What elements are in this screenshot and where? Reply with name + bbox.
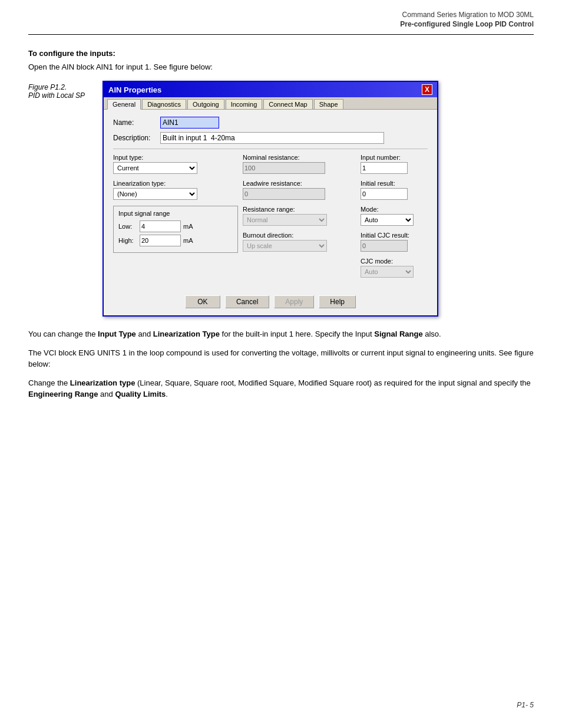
leadwire-resistance-input xyxy=(243,188,325,200)
intro-text: Open the AIN block AIN1 for input 1. See… xyxy=(28,62,534,71)
main-content: To configure the inputs: Open the AIN bl… xyxy=(0,35,562,400)
form-grid: Input type: Current Linearization type: … xyxy=(113,154,428,284)
initial-result-label: Initial result: xyxy=(361,180,444,187)
page-header: Command Series Migration to MOD 30ML Pre… xyxy=(0,0,562,31)
ok-button[interactable]: OK xyxy=(185,295,220,308)
close-button[interactable]: X xyxy=(422,84,432,95)
mode-label: Mode: xyxy=(361,206,444,213)
apply-button[interactable]: Apply xyxy=(274,295,314,308)
signal-range-box: Input signal range Low: mA High: mA xyxy=(113,206,238,253)
figure-caption-text: PID with Local SP xyxy=(28,91,93,100)
figure-label: Figure P1.2. xyxy=(28,83,93,91)
cjc-mode-label: CJC mode: xyxy=(361,258,444,265)
input-type-label: Input type: xyxy=(113,154,238,161)
leadwire-resistance-label: Leadwire resistance: xyxy=(243,180,356,187)
name-label: Name: xyxy=(113,118,160,127)
burnout-direction-select[interactable]: Up scale xyxy=(243,240,327,252)
initial-cjc-label: Initial CJC result: xyxy=(361,232,444,239)
tab-connect-map[interactable]: Connect Map xyxy=(263,99,312,109)
low-unit: mA xyxy=(183,223,193,230)
input-number-input[interactable] xyxy=(361,162,408,174)
form-divider xyxy=(113,149,428,149)
page-number: P1- 5 xyxy=(517,701,534,709)
nominal-resistance-input xyxy=(243,162,325,174)
desc-input[interactable] xyxy=(160,132,384,144)
initial-result-input[interactable] xyxy=(361,188,408,200)
initial-cjc-input xyxy=(361,240,408,252)
resistance-range-select[interactable]: Normal xyxy=(243,214,327,226)
input-type-block: Input type: Current xyxy=(113,154,238,174)
figure-caption: Figure P1.2. PID with Local SP xyxy=(28,81,93,100)
form-col-2: Nominal resistance: Leadwire resistance:… xyxy=(243,154,361,258)
mode-select[interactable]: Auto xyxy=(361,214,414,226)
initial-result-block: Initial result: xyxy=(361,180,444,200)
resistance-range-label: Resistance range: xyxy=(243,206,356,213)
section-heading: To configure the inputs: xyxy=(28,49,534,58)
tab-general[interactable]: General xyxy=(107,99,141,110)
desc-label: Description: xyxy=(113,134,160,142)
resistance-range-block: Resistance range: Normal xyxy=(243,206,356,226)
name-input[interactable] xyxy=(160,117,219,129)
body-para-3: Change the Linearization type (Linear, S… xyxy=(28,377,534,400)
cancel-button[interactable]: Cancel xyxy=(225,295,269,308)
header-title: Command Series Migration to MOD 30ML xyxy=(28,11,534,19)
high-input[interactable] xyxy=(140,235,181,246)
nominal-resistance-label: Nominal resistance: xyxy=(243,154,356,161)
desc-field-row: Description: xyxy=(113,132,428,144)
cjc-mode-block: CJC mode: Auto xyxy=(361,258,444,278)
nominal-resistance-block: Nominal resistance: xyxy=(243,154,356,174)
linearization-select[interactable]: (None) xyxy=(113,188,197,200)
low-input[interactable] xyxy=(140,220,181,232)
help-button[interactable]: Help xyxy=(319,295,356,308)
linearization-label: Linearization type: xyxy=(113,180,238,187)
name-field-row: Name: xyxy=(113,117,428,129)
tab-shape[interactable]: Shape xyxy=(314,99,343,109)
dialog-title: AIN Properties xyxy=(108,85,161,94)
dialog-buttons: OK Cancel Apply Help xyxy=(104,291,437,315)
low-label: Low: xyxy=(118,223,137,230)
burnout-direction-label: Burnout direction: xyxy=(243,232,356,239)
initial-cjc-block: Initial CJC result: xyxy=(361,232,444,252)
input-number-block: Input number: xyxy=(361,154,444,174)
leadwire-resistance-block: Leadwire resistance: xyxy=(243,180,356,200)
figure-row: Figure P1.2. PID with Local SP AIN Prope… xyxy=(28,81,534,317)
ain-properties-dialog: AIN Properties X General Diagnostics Out… xyxy=(103,81,438,317)
tab-diagnostics[interactable]: Diagnostics xyxy=(142,99,186,109)
high-label: High: xyxy=(118,237,137,244)
form-col-1: Input type: Current Linearization type: … xyxy=(113,154,243,259)
mode-block: Mode: Auto xyxy=(361,206,444,226)
body-para-1: You can change the Input Type and Linear… xyxy=(28,328,534,340)
dialog-titlebar: AIN Properties X xyxy=(104,82,437,97)
high-range-row: High: mA xyxy=(118,235,233,246)
body-para-2: The VCI block ENG UNITS 1 in the loop co… xyxy=(28,347,534,370)
tab-incoming[interactable]: Incoming xyxy=(226,99,263,109)
dialog-body: Name: Description: Input type: xyxy=(104,110,437,291)
input-number-label: Input number: xyxy=(361,154,444,161)
high-unit: mA xyxy=(183,237,193,244)
cjc-mode-select[interactable]: Auto xyxy=(361,266,414,278)
input-type-select[interactable]: Current xyxy=(113,162,197,174)
linearization-block: Linearization type: (None) xyxy=(113,180,238,200)
dialog-tabs: General Diagnostics Outgoing Incoming Co… xyxy=(104,97,437,110)
form-col-3: Input number: Initial result: Mode: Auto xyxy=(361,154,449,284)
low-range-row: Low: mA xyxy=(118,220,233,232)
signal-range-title: Input signal range xyxy=(118,210,233,217)
header-subtitle: Pre-configured Single Loop PID Control xyxy=(28,20,534,28)
burnout-direction-block: Burnout direction: Up scale xyxy=(243,232,356,252)
tab-outgoing[interactable]: Outgoing xyxy=(187,99,224,109)
